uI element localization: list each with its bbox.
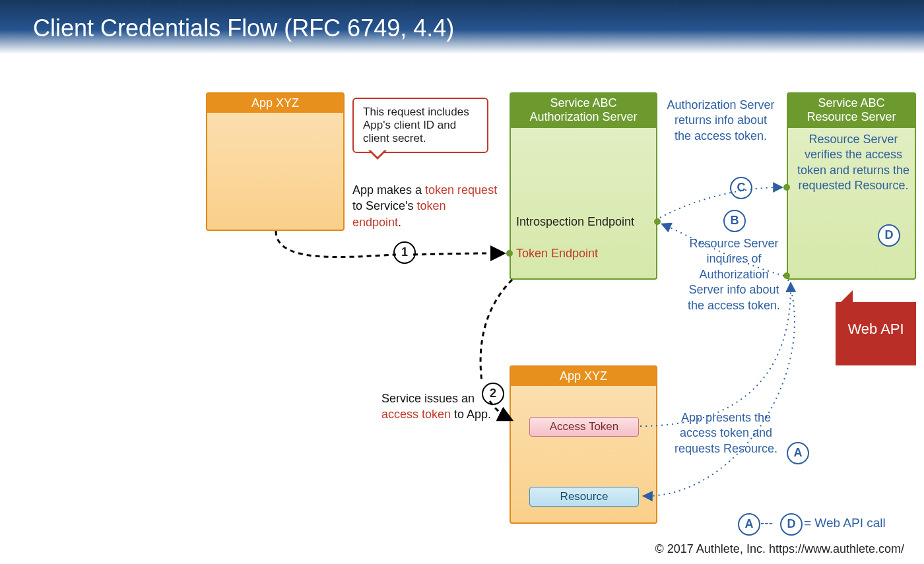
box-auth-server-l1: Service ABC <box>550 96 616 110</box>
callout-request-contents: This request includes App's client ID an… <box>352 98 488 153</box>
bluenote-b: Resource Server inquires of Authorizatio… <box>681 236 787 313</box>
letter-b: B <box>723 210 746 232</box>
legend-letter-d: D <box>780 513 803 536</box>
letter-d: D <box>878 224 900 247</box>
step-2: 2 <box>482 383 504 405</box>
box-auth-server-header: Service ABC Authorization Server <box>511 94 656 128</box>
letter-a: A <box>787 442 809 464</box>
box-app-xyz-top-header: App XYZ <box>207 94 343 113</box>
box-app-xyz-bottom-header: App XYZ <box>511 367 656 386</box>
bluenote-a: App presents the access token and reques… <box>667 410 785 456</box>
label-introspection-endpoint: Introspection Endpoint <box>516 215 634 229</box>
legend-dash: --- <box>760 516 773 530</box>
chip-resource: Resource <box>529 487 639 507</box>
box-auth-server-l2: Authorization Server <box>529 110 637 123</box>
box-app-xyz-top: App XYZ <box>206 92 345 231</box>
chip-access-token: Access Token <box>529 417 639 437</box>
bluenote-c: Authorization Server returns info about … <box>667 98 775 144</box>
box-resource-server-l1: Service ABC <box>818 96 884 110</box>
label-token-endpoint: Token Endpoint <box>516 247 598 261</box>
note-token-request: App makes a token request to Service's t… <box>352 182 498 230</box>
legend-letter-a: A <box>738 513 760 536</box>
slide-title: Client Credentials Flow (RFC 6749, 4.4) <box>0 0 924 54</box>
box-resource-server-l2: Resource Server <box>807 110 896 123</box>
box-resource-server-header: Service ABC Resource Server <box>788 94 915 128</box>
legend-text: = Web API call <box>804 516 886 530</box>
letter-c: C <box>730 177 752 199</box>
callout-web-api: Web API <box>836 302 916 365</box>
footer-copyright: © 2017 Authlete, Inc. https://www.authle… <box>655 542 904 556</box>
step-1: 1 <box>393 241 416 264</box>
bluenote-d: Resource Server verifies the access toke… <box>792 132 915 194</box>
